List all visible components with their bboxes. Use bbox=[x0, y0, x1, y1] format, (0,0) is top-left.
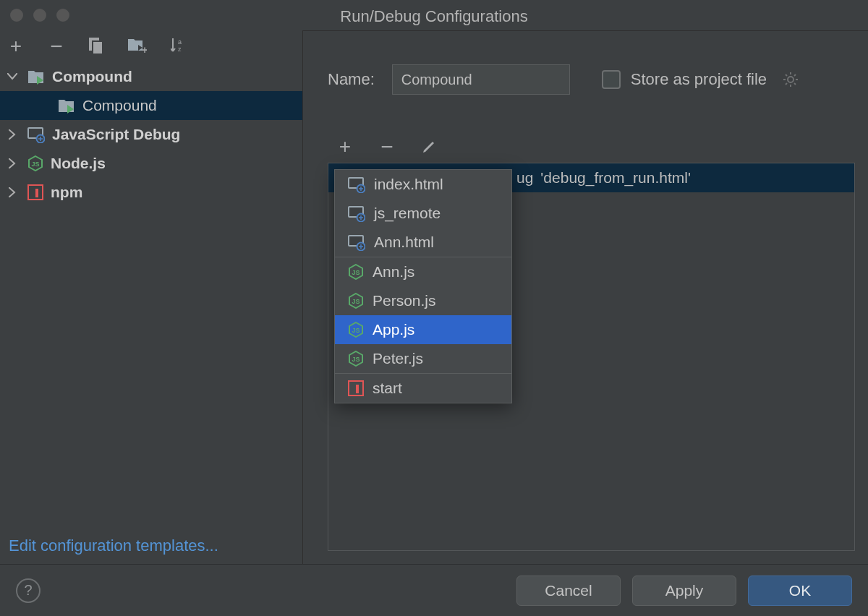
chevron-right-icon bbox=[4, 129, 20, 140]
tree-node-compound[interactable]: Compound bbox=[0, 62, 302, 91]
listing-toolbar: + − bbox=[328, 137, 855, 157]
close-window-dot[interactable] bbox=[10, 9, 23, 22]
remove-config-button[interactable]: − bbox=[46, 36, 67, 56]
popup-item-label: Peter.js bbox=[373, 350, 423, 367]
listing-row-text: 'debug_from_run.html' bbox=[540, 169, 691, 187]
popup-item-start[interactable]: start bbox=[335, 374, 511, 403]
window-title: Run/Debug Configurations bbox=[340, 4, 527, 26]
popup-item-label: js_remote bbox=[374, 205, 441, 222]
tree-node-compound-child[interactable]: Compound bbox=[0, 91, 302, 120]
popup-item-ann-html[interactable]: Ann.html bbox=[335, 228, 511, 257]
sort-button[interactable] bbox=[168, 36, 188, 56]
nodejs-icon bbox=[348, 322, 364, 338]
chevron-down-icon bbox=[4, 73, 20, 80]
popup-item-index-html[interactable]: index.html bbox=[335, 170, 511, 199]
npm-icon bbox=[27, 184, 43, 200]
store-label: Store as project file bbox=[631, 70, 767, 89]
config-tree: Compound Compound JavaScript Debug Node.… bbox=[0, 62, 302, 529]
window-controls bbox=[10, 9, 69, 22]
nodejs-icon bbox=[348, 293, 364, 309]
js-debug-icon bbox=[348, 205, 365, 222]
nodejs-icon bbox=[27, 155, 43, 171]
tree-node-nodejs[interactable]: Node.js bbox=[0, 149, 302, 178]
tree-label: Node.js bbox=[51, 155, 106, 172]
help-button[interactable]: ? bbox=[16, 578, 41, 603]
chevron-right-icon bbox=[4, 187, 20, 197]
js-debug-icon bbox=[348, 176, 365, 193]
left-panel: + − Compound Compound JavaScript Debug bbox=[0, 30, 302, 564]
name-label: Name: bbox=[328, 70, 375, 89]
folder-run-icon bbox=[58, 98, 75, 114]
left-toolbar: + − bbox=[0, 30, 302, 62]
tree-label: Compound bbox=[82, 97, 157, 114]
tree-node-jsdebug[interactable]: JavaScript Debug bbox=[0, 120, 302, 149]
popup-item-peter-js[interactable]: Peter.js bbox=[335, 344, 511, 373]
popup-item-label: App.js bbox=[373, 321, 414, 338]
tree-label: JavaScript Debug bbox=[52, 126, 180, 143]
chevron-right-icon bbox=[4, 158, 20, 168]
popup-item-label: start bbox=[373, 380, 402, 397]
npm-icon bbox=[348, 380, 364, 396]
ok-button[interactable]: OK bbox=[748, 576, 852, 606]
name-input[interactable] bbox=[392, 64, 570, 95]
folder-run-icon bbox=[27, 69, 45, 85]
cancel-button[interactable]: Cancel bbox=[516, 576, 621, 606]
zoom-window-dot[interactable] bbox=[56, 9, 69, 22]
tree-label: Compound bbox=[52, 68, 132, 85]
store-as-project-file-checkbox[interactable] bbox=[602, 70, 621, 89]
apply-button[interactable]: Apply bbox=[632, 576, 736, 606]
listing-row-prefix: ug bbox=[516, 169, 533, 187]
popup-item-label: Ann.html bbox=[374, 234, 434, 251]
tree-label: npm bbox=[51, 184, 82, 201]
popup-item-ann-js[interactable]: Ann.js bbox=[335, 257, 511, 286]
popup-item-js-remote[interactable]: js_remote bbox=[335, 199, 511, 228]
copy-config-button[interactable] bbox=[87, 36, 107, 56]
tree-node-npm[interactable]: npm bbox=[0, 178, 302, 207]
titlebar: Run/Debug Configurations bbox=[0, 0, 868, 30]
popup-item-label: Person.js bbox=[373, 292, 436, 309]
name-row: Name: Store as project file bbox=[328, 64, 855, 95]
add-run-config-button[interactable]: + bbox=[335, 137, 355, 157]
edit-templates-link[interactable]: Edit configuration templates... bbox=[0, 529, 302, 564]
nodejs-icon bbox=[348, 351, 364, 367]
save-template-button[interactable] bbox=[127, 36, 148, 56]
add-config-button[interactable]: + bbox=[6, 36, 26, 56]
remove-run-config-button[interactable]: − bbox=[377, 137, 397, 157]
js-debug-icon bbox=[348, 234, 365, 251]
popup-item-person-js[interactable]: Person.js bbox=[335, 286, 511, 315]
add-config-popup: index.html js_remote Ann.html Ann.js Per… bbox=[334, 169, 512, 403]
edit-run-config-button[interactable] bbox=[419, 137, 439, 157]
popup-item-label: index.html bbox=[374, 176, 443, 193]
minimize-window-dot[interactable] bbox=[33, 9, 46, 22]
nodejs-icon bbox=[348, 264, 364, 280]
js-debug-icon bbox=[27, 126, 45, 143]
bottom-bar: ? Cancel Apply OK bbox=[0, 564, 868, 616]
popup-item-app-js[interactable]: App.js bbox=[335, 315, 511, 344]
popup-item-label: Ann.js bbox=[373, 263, 414, 281]
gear-icon[interactable] bbox=[783, 72, 799, 87]
